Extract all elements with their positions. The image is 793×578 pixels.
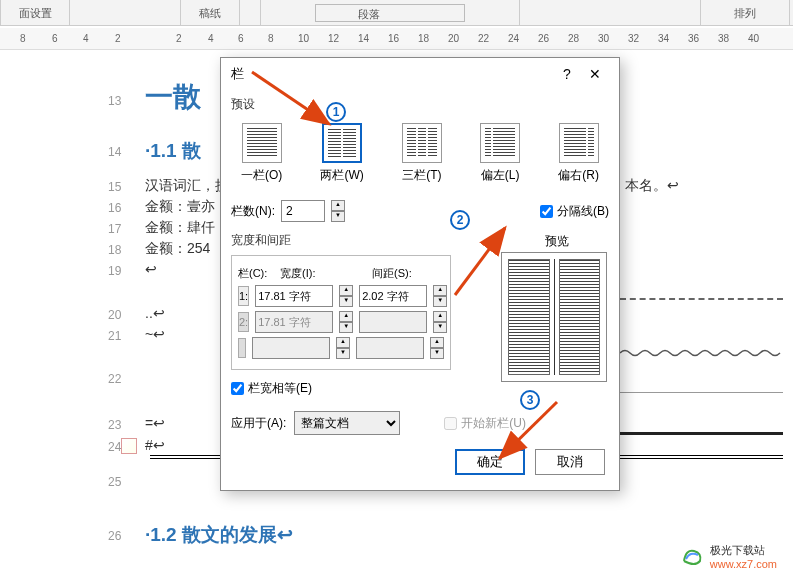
preset-label: 两栏(W) [320, 167, 363, 184]
separator-checkbox-input[interactable] [540, 205, 553, 218]
line-number: 13 [108, 94, 121, 108]
spin-up-icon: ▲ [430, 337, 444, 348]
spin-down-icon: ▼ [339, 322, 353, 333]
watermark-logo-icon [680, 545, 704, 569]
spin-up-icon: ▲ [433, 311, 447, 322]
preset-label: 三栏(T) [402, 167, 441, 184]
close-button[interactable]: ✕ [581, 66, 609, 82]
ribbon-group-paragraph[interactable] [260, 0, 520, 26]
preset-label: 偏左(L) [481, 167, 520, 184]
ribbon-group-paper[interactable]: 稿纸 [180, 0, 240, 26]
spin-down-icon[interactable]: ▼ [433, 296, 447, 307]
dialog-title-label: 栏 [231, 65, 244, 83]
doc-dotted-line [620, 298, 783, 300]
watermark: 极光下载站 www.xz7.com [680, 543, 777, 570]
doc-line: #↩ [145, 437, 165, 453]
col-3-width-input [252, 337, 330, 359]
width-spacing-label: 宽度和间距 [231, 232, 291, 249]
ribbon-group-arrange[interactable]: 排列 [700, 0, 790, 26]
spin-down-icon: ▼ [430, 348, 444, 359]
doc-line: ↩ [145, 261, 157, 277]
doc-thick-line [620, 432, 783, 435]
line-number: 19 [108, 264, 121, 278]
doc-heading-1: 一散 [145, 78, 201, 116]
new-column-label: 开始新栏(U) [461, 415, 526, 432]
col-2-spacing-input [359, 311, 427, 333]
doc-heading-11: ·1.1 散 [145, 138, 201, 164]
preview-label: 预览 [545, 233, 569, 250]
preset-three-columns[interactable]: 三栏(T) [402, 123, 442, 184]
separator-checkbox[interactable]: 分隔线(B) [540, 203, 609, 220]
annotation-badge-1: 1 [326, 102, 346, 122]
line-number: 21 [108, 329, 121, 343]
col-3-spacing-input [356, 337, 424, 359]
margin-note-icon[interactable] [121, 438, 137, 454]
separator-checkbox-label: 分隔线(B) [557, 203, 609, 220]
spin-up-icon: ▲ [339, 311, 353, 322]
preset-right[interactable]: 偏右(R) [558, 123, 599, 184]
col-1-width-input[interactable] [255, 285, 333, 307]
ribbon-label-paragraph: 段落 [358, 7, 380, 22]
doc-line: 金额：254 [145, 240, 210, 258]
spacing-header-label: 间距(S): [372, 266, 412, 281]
line-number: 26 [108, 529, 121, 543]
doc-single-line [620, 392, 783, 393]
ribbon-group-page-setup[interactable]: 面设置 [0, 0, 70, 26]
ok-button[interactable]: 确定 [455, 449, 525, 475]
doc-wavy-line [620, 348, 783, 502]
preset-label: 偏右(R) [558, 167, 599, 184]
spin-up-icon[interactable]: ▲ [331, 200, 345, 211]
width-header-label: 宽度(I): [280, 266, 366, 281]
preset-two-columns[interactable]: 两栏(W) [320, 123, 363, 184]
annotation-badge-3: 3 [520, 390, 540, 410]
line-number: 14 [108, 145, 121, 159]
line-number: 16 [108, 201, 121, 215]
doc-line: ..↩ [145, 305, 165, 321]
col-count-label: 栏数(N): [231, 203, 275, 220]
doc-line: 金额：肆仟 [145, 219, 215, 237]
help-button[interactable]: ? [553, 66, 581, 82]
line-number: 20 [108, 308, 121, 322]
equal-width-checkbox[interactable]: 栏宽相等(E) [231, 380, 609, 397]
col-1-spacing-input[interactable] [359, 285, 427, 307]
col-2-width-input [255, 311, 333, 333]
line-number: 17 [108, 222, 121, 236]
col-count-input[interactable] [281, 200, 325, 222]
doc-line: =↩ [145, 415, 165, 431]
col-1-button[interactable]: 1: [238, 286, 249, 306]
preview-box [501, 252, 607, 382]
spin-down-icon[interactable]: ▼ [331, 211, 345, 222]
col-2-button: 2: [238, 312, 249, 332]
preset-label: 一栏(O) [241, 167, 282, 184]
doc-line-end: 本名。↩ [625, 177, 679, 195]
equal-width-checkbox-input[interactable] [231, 382, 244, 395]
watermark-name: 极光下载站 [710, 543, 777, 558]
watermark-url: www.xz7.com [710, 558, 777, 570]
spin-up-icon[interactable]: ▲ [339, 285, 353, 296]
new-column-checkbox: 开始新栏(U) [444, 415, 526, 432]
equal-width-label: 栏宽相等(E) [248, 380, 312, 397]
col-3-button [238, 338, 246, 358]
preset-left[interactable]: 偏左(L) [480, 123, 520, 184]
columns-dialog: 栏 ? ✕ 预设 一栏(O) 两栏(W) 三栏(T) 偏左(L) [220, 57, 620, 491]
doc-line: ~↩ [145, 326, 165, 342]
doc-heading-12: ·1.2 散文的发展↩ [145, 522, 293, 548]
line-number: 25 [108, 475, 121, 489]
cancel-button[interactable]: 取消 [535, 449, 605, 475]
apply-to-select[interactable]: 整篇文档 [294, 411, 400, 435]
col-header-label: 栏(C): [238, 266, 274, 281]
ruler: 8 6 4 2 2 4 6 8 10 12 14 16 18 20 22 24 … [0, 28, 793, 50]
spin-up-icon[interactable]: ▲ [433, 285, 447, 296]
dialog-titlebar[interactable]: 栏 ? ✕ [221, 58, 619, 90]
spin-down-icon[interactable]: ▼ [339, 296, 353, 307]
line-number: 22 [108, 372, 121, 386]
new-column-checkbox-input [444, 417, 457, 430]
doc-line: 金额：壹亦 [145, 198, 215, 216]
line-number: 18 [108, 243, 121, 257]
spin-down-icon: ▼ [336, 348, 350, 359]
line-number: 23 [108, 418, 121, 432]
preset-one-column[interactable]: 一栏(O) [241, 123, 282, 184]
line-number: 15 [108, 180, 121, 194]
annotation-badge-2: 2 [450, 210, 470, 230]
spin-up-icon: ▲ [336, 337, 350, 348]
